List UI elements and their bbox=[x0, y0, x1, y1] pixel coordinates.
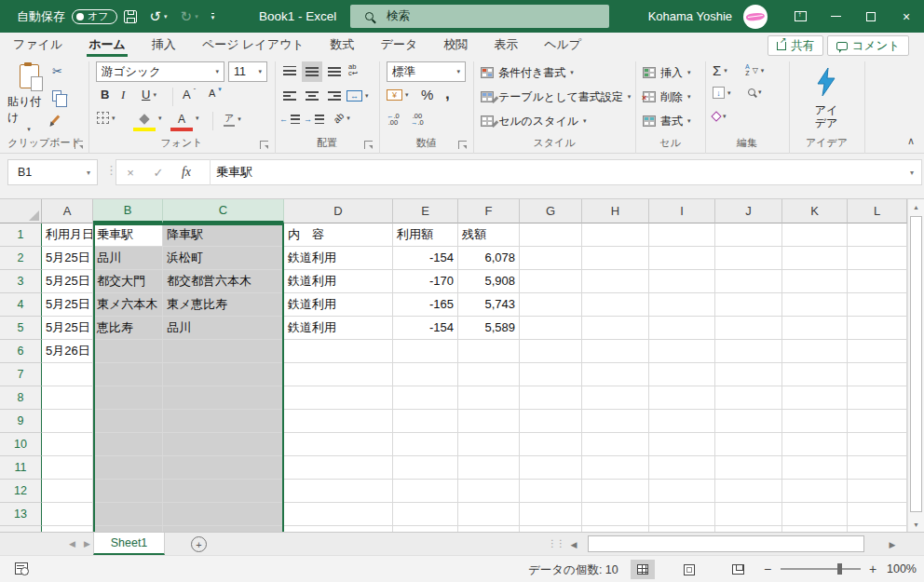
cell-K6[interactable] bbox=[782, 340, 848, 363]
cell-L8[interactable] bbox=[848, 386, 907, 410]
vertical-scroll-thumb[interactable] bbox=[910, 216, 922, 512]
cell-B11[interactable] bbox=[93, 456, 163, 480]
bold-button[interactable]: B bbox=[101, 88, 109, 102]
cell-F4[interactable]: 5,743 bbox=[458, 293, 520, 317]
share-button[interactable]: 共有 bbox=[768, 35, 823, 56]
cell-D7[interactable] bbox=[284, 363, 393, 386]
font-dialog-launcher[interactable] bbox=[260, 141, 268, 149]
clear-button[interactable]: ▾ bbox=[713, 113, 727, 120]
copy-button[interactable]: ▾ bbox=[52, 90, 68, 102]
percent-button[interactable]: % bbox=[421, 87, 433, 102]
row-header-5[interactable]: 5 bbox=[0, 317, 42, 340]
cell-K4[interactable] bbox=[782, 293, 848, 317]
conditional-formatting-button[interactable]: 条件付き書式▾ bbox=[481, 61, 574, 84]
macro-record-icon[interactable] bbox=[15, 562, 28, 575]
cell-G1[interactable] bbox=[520, 223, 582, 247]
cell-J5[interactable] bbox=[715, 317, 782, 340]
cell-B9[interactable] bbox=[93, 410, 163, 433]
save-button[interactable] bbox=[117, 0, 143, 33]
cell-C1[interactable]: 降車駅 bbox=[163, 223, 284, 247]
expand-formula-bar-icon[interactable]: ▾ bbox=[910, 169, 914, 177]
paste-button[interactable]: 貼り付け ▾ bbox=[7, 61, 50, 141]
currency-button[interactable]: ¥▾ bbox=[387, 89, 409, 101]
cell-B8[interactable] bbox=[93, 386, 163, 410]
cell-L7[interactable] bbox=[848, 363, 907, 386]
cell-B1[interactable]: 乗車駅 bbox=[93, 223, 163, 247]
zoom-slider-track[interactable] bbox=[781, 568, 861, 570]
minimize-button[interactable] bbox=[818, 0, 853, 33]
row-header-6[interactable]: 6 bbox=[0, 340, 42, 363]
autosum-button[interactable]: Σ▾ bbox=[713, 62, 727, 78]
cell-F6[interactable] bbox=[458, 340, 520, 363]
cut-button[interactable]: ✂ bbox=[52, 64, 62, 78]
cell-B13[interactable] bbox=[93, 503, 163, 526]
cell-D10[interactable] bbox=[284, 433, 393, 456]
cell-K9[interactable] bbox=[782, 410, 848, 433]
cell-J12[interactable] bbox=[715, 480, 782, 503]
cell-K3[interactable] bbox=[782, 270, 848, 293]
orientation-button[interactable]: ab▾ bbox=[333, 113, 350, 123]
tab-file[interactable]: ファイル bbox=[0, 33, 75, 57]
cell-D12[interactable] bbox=[284, 480, 393, 503]
tab-formulas[interactable]: 数式 bbox=[318, 33, 368, 57]
sheet-prev-icon[interactable]: ◀ bbox=[69, 533, 75, 555]
cell-I9[interactable] bbox=[649, 410, 715, 433]
cell-E11[interactable] bbox=[393, 456, 458, 480]
align-bottom-button[interactable] bbox=[324, 61, 345, 82]
cell-I7[interactable] bbox=[649, 363, 715, 386]
zoom-out-button[interactable]: − bbox=[764, 562, 771, 576]
cell-G9[interactable] bbox=[520, 410, 582, 433]
cell-C9[interactable] bbox=[163, 410, 284, 433]
collapse-ribbon-button[interactable]: ∧ bbox=[907, 135, 915, 147]
column-header-K[interactable]: K bbox=[782, 199, 848, 223]
cell-J10[interactable] bbox=[715, 433, 782, 456]
cell-K10[interactable] bbox=[782, 433, 848, 456]
scroll-up-icon[interactable]: ▲ bbox=[908, 199, 924, 215]
cell-H3[interactable] bbox=[582, 270, 649, 293]
tab-help[interactable]: ヘルプ bbox=[531, 33, 594, 57]
delete-cells-button[interactable]: × 削除▾ bbox=[643, 86, 691, 108]
comma-style-button[interactable]: , bbox=[445, 85, 450, 103]
confirm-entry-button[interactable]: ✓ bbox=[144, 166, 172, 180]
cell-F12[interactable] bbox=[458, 480, 520, 503]
cell-L13[interactable] bbox=[848, 503, 907, 526]
cell-C7[interactable] bbox=[163, 363, 284, 386]
cell-A8[interactable] bbox=[42, 386, 93, 410]
cell-E6[interactable] bbox=[393, 340, 458, 363]
row-header-2[interactable]: 2 bbox=[0, 247, 42, 270]
cancel-entry-button[interactable]: × bbox=[116, 166, 144, 180]
zoom-slider-thumb[interactable] bbox=[837, 563, 842, 575]
name-box[interactable]: B1 ▾ bbox=[7, 159, 98, 185]
cell-A3[interactable]: 5月25日 bbox=[42, 270, 93, 293]
cell-F5[interactable]: 5,589 bbox=[458, 317, 520, 340]
comments-button[interactable]: コメント bbox=[827, 35, 909, 56]
cell-K1[interactable] bbox=[782, 223, 848, 247]
cell-L9[interactable] bbox=[848, 410, 907, 433]
cell-H1[interactable] bbox=[582, 223, 649, 247]
cell-G13[interactable] bbox=[520, 503, 582, 526]
cell-L6[interactable] bbox=[848, 340, 907, 363]
hscroll-right-icon[interactable]: ▶ bbox=[883, 535, 902, 553]
increase-decimal-button[interactable]: ←.0.00 bbox=[387, 113, 400, 126]
hscroll-left-icon[interactable]: ◀ bbox=[564, 535, 583, 553]
decrease-font-button[interactable]: A▾ bbox=[209, 88, 222, 99]
cell-H6[interactable] bbox=[582, 340, 649, 363]
zoom-in-button[interactable]: + bbox=[869, 562, 876, 576]
cell-H10[interactable] bbox=[582, 433, 649, 456]
cell-I11[interactable] bbox=[649, 456, 715, 480]
cell-B10[interactable] bbox=[93, 433, 163, 456]
cell-I12[interactable] bbox=[649, 480, 715, 503]
number-format-combo[interactable]: 標準▾ bbox=[387, 61, 466, 82]
scroll-down-icon[interactable]: ▼ bbox=[908, 517, 924, 533]
cell-C12[interactable] bbox=[163, 480, 284, 503]
italic-button[interactable]: I bbox=[121, 88, 125, 102]
cell-J11[interactable] bbox=[715, 456, 782, 480]
cell-C6[interactable] bbox=[163, 340, 284, 363]
cell-C3[interactable]: 都交都営六本木 bbox=[163, 270, 284, 293]
cell-E1[interactable]: 利用額 bbox=[393, 223, 458, 247]
cell-D9[interactable] bbox=[284, 410, 393, 433]
font-size-combo[interactable]: 11▾ bbox=[228, 61, 267, 82]
cell-G6[interactable] bbox=[520, 340, 582, 363]
cell-G3[interactable] bbox=[520, 270, 582, 293]
cell-styles-button[interactable]: セルのスタイル▾ bbox=[481, 110, 586, 132]
